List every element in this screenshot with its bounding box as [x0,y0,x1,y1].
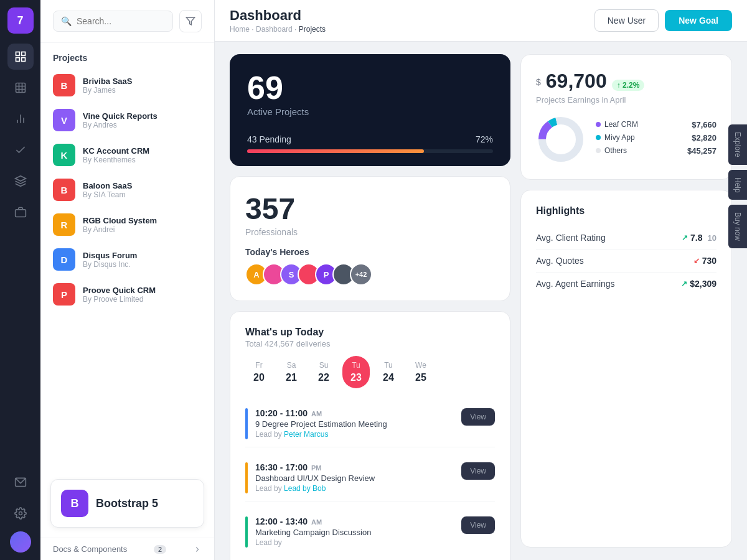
bootstrap-card: B Bootstrap 5 [50,479,204,528]
progress-bar-bg [247,149,493,153]
project-by-proove: By Proove Limited [83,295,202,304]
breadcrumb-projects[interactable]: Projects [299,25,326,34]
day-item-25[interactable]: We 25 [407,357,435,387]
docs-badge: 2 [154,545,166,554]
project-info-rgb: RGB Cloud System By Andrei [83,216,202,234]
event-border [245,408,248,439]
svg-rect-3 [21,58,25,62]
day-num: 21 [286,372,297,383]
projects-section-title: Projects [40,43,214,68]
event-view-button-0[interactable]: View [461,408,495,426]
event-lead-link-1[interactable]: Lead by Bob [284,484,326,493]
svg-rect-2 [16,58,19,62]
earnings-card: $ 69,700 ↑ 2.2% Projects Earnings in Apr… [520,54,732,180]
breadcrumb-home[interactable]: Home [230,25,250,34]
calendar-header: What's up Today Total 424,567 deliveries [245,327,495,348]
svg-rect-1 [21,52,25,56]
sidebar-item-settings[interactable] [7,500,34,526]
project-info-kc: KC Account CRM By Keenthemes [83,146,202,164]
project-item-proove[interactable]: P Proove Quick CRM By Proove Limited [40,277,214,312]
legend-item-Leaf CRM: Leaf CRM $7,660 [596,120,716,129]
event-time-1: 16:30 - 17:00 PM [255,462,454,472]
donut-section: Leaf CRM $7,660 Mivy App $2,820 Others $… [536,114,716,164]
new-goal-button[interactable]: New Goal [665,10,732,31]
topbar: Dashboard Home · Dashboard · Projects Ne… [215,0,747,42]
active-projects-bottom: 43 Pending 72% [247,134,493,153]
event-lead-1: Lead by Lead by Bob [255,484,454,493]
day-item-24[interactable]: Tu 24 [375,357,402,387]
legend-dot [596,122,601,127]
event-border [245,462,248,493]
trend-icon-0: ↗ [682,233,688,242]
day-item-21[interactable]: Sa 21 [278,357,305,387]
sidebar-item-dashboard[interactable] [7,44,34,70]
highlights-card: Highlights Avg. Client Rating ↗ 7.8 10 A… [520,190,732,548]
legend-label: Others [604,146,627,155]
docs-row[interactable]: Docs & Components 2 [40,538,214,560]
user-profile-avatar[interactable] [10,531,31,553]
event-info-2: 12:00 - 13:40 AM Marketing Campaign Disc… [255,516,454,547]
project-info-briviba: Briviba SaaS By James [83,77,202,95]
highlights-title: Highlights [536,205,716,217]
event-time-0: 10:20 - 11:00 AM [255,408,454,418]
page-title: Dashboard [230,7,326,24]
event-view-button-2[interactable]: View [461,516,495,534]
event-view-button-1[interactable]: View [461,462,495,480]
project-item-disqus[interactable]: D Disqus Forum By Disqus Inc. [40,242,214,277]
sidebar-item-briefcase[interactable] [7,199,34,225]
breadcrumb-dashboard[interactable]: Dashboard [256,25,293,34]
calendar-title: What's up Today [245,327,495,338]
svg-rect-4 [16,83,25,93]
event-list: 10:20 - 11:00 AM 9 Degree Project Estima… [245,401,495,555]
highlight-row-0: Avg. Client Rating ↗ 7.8 10 [536,226,716,250]
event-lead-link-0[interactable]: Peter Marcus [284,430,328,439]
project-info-vine: Vine Quick Reports By Andres [83,111,202,129]
search-input[interactable] [77,16,165,26]
new-user-button[interactable]: New User [594,9,659,32]
day-item-20[interactable]: Fr 20 [245,357,273,387]
filter-button[interactable] [179,10,202,32]
trend-icon-1: ↙ [693,256,700,265]
explore-tab[interactable]: Explore [728,124,747,165]
sidebar-item-layers[interactable] [7,168,34,194]
heroes-title: Today's Heroes [245,247,495,257]
day-item-23[interactable]: Tu 23 [342,356,370,388]
legend-item-Mivy App: Mivy App $2,820 [596,133,716,142]
active-projects-card: 69 Active Projects 43 Pending 72% [230,54,510,166]
day-num: 24 [383,372,394,383]
sidebar-item-grid[interactable] [7,75,34,101]
sidebar-item-mail[interactable] [7,469,34,495]
legend-dot [596,148,601,153]
sidebar-item-check[interactable] [7,137,34,163]
todays-heroes-section: Today's Heroes ASP+42 [245,247,495,286]
legend-dot [596,135,601,140]
project-item-vine[interactable]: V Vine Quick Reports By Andres [40,103,214,138]
day-name: Tu [352,361,360,370]
project-item-baloon[interactable]: B Baloon SaaS By SIA Team [40,172,214,207]
highlight-main-value-1: 730 [702,256,716,266]
day-name: We [415,361,426,370]
highlight-value-0: ↗ 7.8 10 [682,233,716,243]
project-info-proove: Proove Quick CRM By Proove Limited [83,286,202,304]
days-row: Fr 20 Sa 21 Su 22 Tu 23 Tu 24 We 25 [245,356,495,388]
svg-point-11 [19,512,22,515]
professionals-card: 357 Professionals Today's Heroes ASP+42 [230,176,510,301]
project-item-briviba[interactable]: B Briviba SaaS By James [40,68,214,103]
sidebar-item-chart[interactable] [7,106,34,132]
svg-rect-9 [15,210,26,217]
event-name-2: Marketing Campaign Discussion [255,528,454,537]
event-lead-0: Lead by Peter Marcus [255,430,454,439]
buynow-tab[interactable]: Buy now [728,205,747,248]
day-name: Sa [287,361,296,370]
help-tab[interactable]: Help [728,170,747,200]
project-icon-kc: K [53,144,75,166]
user-avatar-number[interactable]: 7 [7,7,34,34]
project-info-baloon: Baloon SaaS By SIA Team [83,181,202,199]
project-item-rgb[interactable]: R RGB Cloud System By Andrei [40,207,214,242]
project-by-rgb: By Andrei [83,225,202,234]
legend-label: Leaf CRM [604,120,638,129]
project-item-kc[interactable]: K KC Account CRM By Keenthemes [40,138,214,172]
event-name-0: 9 Degree Project Estimation Meeting [255,419,454,429]
project-name-rgb: RGB Cloud System [83,216,202,225]
day-item-22[interactable]: Su 22 [310,357,337,387]
